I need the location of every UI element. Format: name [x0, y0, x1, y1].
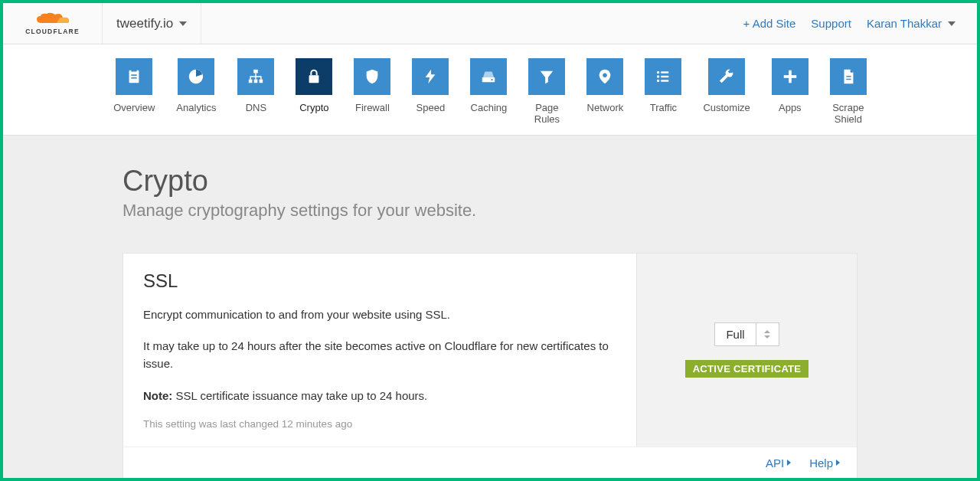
note-text: SSL certificate issuance may take up to … — [172, 389, 427, 402]
nav-label: Caching — [471, 103, 508, 114]
ssl-desc-1: Encrypt communication to and from your w… — [143, 306, 616, 323]
chevron-right-icon — [787, 460, 791, 466]
nav-speed[interactable]: Speed — [412, 58, 449, 126]
bolt-icon — [412, 58, 449, 95]
main-content: Crypto Manage cryptography settings for … — [3, 136, 977, 481]
ssl-card-main: SSL Encrypt communication to and from yo… — [123, 254, 636, 447]
nav-label: Overview — [113, 103, 155, 114]
nav-apps[interactable]: Apps — [772, 58, 808, 126]
nav-label: DNS — [246, 103, 266, 114]
help-link[interactable]: Help — [809, 456, 840, 470]
nav-page-rules[interactable]: PageRules — [528, 58, 565, 126]
api-link[interactable]: API — [766, 456, 791, 470]
svg-point-11 — [603, 73, 608, 77]
svg-rect-20 — [846, 76, 851, 77]
svg-rect-4 — [254, 70, 259, 74]
svg-rect-1 — [132, 69, 137, 72]
nav-label: Crypto — [299, 103, 328, 114]
nav-scrape-shield[interactable]: ScrapeShield — [830, 58, 867, 126]
nav-overview[interactable]: Overview — [113, 58, 155, 126]
cloud-icon — [35, 12, 70, 26]
ssl-card-side: Full ACTIVE CERTIFICATE — [636, 254, 857, 447]
svg-rect-5 — [249, 80, 253, 83]
nav-label: Analytics — [176, 103, 216, 114]
svg-rect-15 — [662, 76, 669, 77]
nav-label: Firewall — [355, 103, 390, 114]
svg-point-12 — [657, 71, 659, 74]
nav-label: Network — [587, 103, 624, 114]
nav-label: Customize — [703, 103, 750, 114]
top-header: CLOUDFLARE tweetify.io + Add Site Suppor… — [3, 3, 977, 44]
card-footer: API Help — [123, 447, 857, 479]
nav-crypto[interactable]: Crypto — [296, 58, 332, 126]
chevron-right-icon — [836, 460, 840, 466]
nav-analytics[interactable]: Analytics — [176, 58, 216, 126]
ssl-desc-2: It may take up to 24 hours after the sit… — [143, 337, 616, 373]
add-site-link[interactable]: + Add Site — [743, 17, 796, 30]
ssl-description: Encrypt communication to and from your w… — [143, 306, 616, 404]
nav-network[interactable]: Network — [586, 58, 623, 126]
user-name: Karan Thakkar — [867, 17, 942, 30]
nav-label: Speed — [416, 103, 446, 114]
svg-point-16 — [657, 80, 659, 82]
nav-firewall[interactable]: Firewall — [354, 58, 390, 126]
shield-icon — [354, 58, 390, 95]
nav-label: Apps — [779, 103, 802, 114]
page-subtitle: Manage cryptography settings for your we… — [122, 201, 858, 221]
brand-logo[interactable]: CLOUDFLARE — [3, 3, 103, 44]
sitemap-icon — [237, 58, 274, 95]
svg-rect-3 — [132, 77, 137, 79]
doc-icon — [830, 58, 867, 95]
nav-caching[interactable]: Caching — [470, 58, 507, 126]
ssl-mode-value: Full — [715, 323, 755, 345]
ssl-card: SSL Encrypt communication to and from yo… — [122, 253, 858, 479]
caret-down-icon — [179, 21, 187, 26]
status-badge: ACTIVE CERTIFICATE — [685, 360, 809, 378]
nav-traffic[interactable]: Traffic — [645, 58, 681, 126]
brand-text: CLOUDFLARE — [25, 28, 80, 35]
pin-icon — [586, 58, 623, 95]
nav-label: PageRules — [534, 103, 560, 126]
ssl-last-changed: This setting was last changed 12 minutes… — [143, 418, 616, 430]
header-right: + Add Site Support Karan Thakkar — [743, 17, 969, 30]
clipboard-icon — [116, 58, 152, 95]
svg-rect-6 — [254, 80, 258, 83]
plus-icon — [772, 58, 808, 95]
svg-point-14 — [657, 75, 659, 77]
lock-icon — [296, 58, 332, 95]
svg-rect-13 — [662, 71, 669, 73]
support-link[interactable]: Support — [811, 17, 851, 30]
ssl-note: Note: SSL certificate issuance may take … — [143, 387, 616, 404]
nav-bar: OverviewAnalyticsDNSCryptoFirewallSpeedC… — [3, 44, 977, 136]
note-label: Note: — [143, 389, 172, 402]
svg-rect-0 — [129, 70, 139, 83]
drive-icon — [470, 58, 507, 95]
svg-rect-19 — [784, 75, 797, 78]
user-menu[interactable]: Karan Thakkar — [867, 17, 956, 30]
ssl-title: SSL — [143, 270, 616, 292]
funnel-icon — [528, 58, 565, 95]
svg-rect-17 — [662, 80, 669, 81]
page-title: Crypto — [122, 165, 858, 198]
ssl-mode-select[interactable]: Full — [714, 322, 779, 346]
nav-dns[interactable]: DNS — [237, 58, 274, 126]
svg-rect-7 — [260, 80, 263, 83]
svg-rect-9 — [482, 77, 495, 82]
svg-rect-8 — [309, 75, 319, 83]
wrench-icon — [708, 58, 745, 95]
nav-customize[interactable]: Customize — [703, 58, 750, 126]
nav-label: Traffic — [650, 103, 677, 114]
site-name: tweetify.io — [116, 16, 173, 31]
svg-rect-2 — [132, 74, 137, 76]
nav-label: ScrapeShield — [832, 103, 864, 126]
list-icon — [645, 58, 681, 95]
svg-rect-21 — [846, 79, 851, 80]
site-selector[interactable]: tweetify.io — [103, 3, 201, 44]
svg-point-10 — [492, 79, 493, 80]
select-stepper-icon — [756, 323, 779, 345]
pie-icon — [178, 58, 214, 95]
caret-down-icon — [948, 21, 956, 26]
